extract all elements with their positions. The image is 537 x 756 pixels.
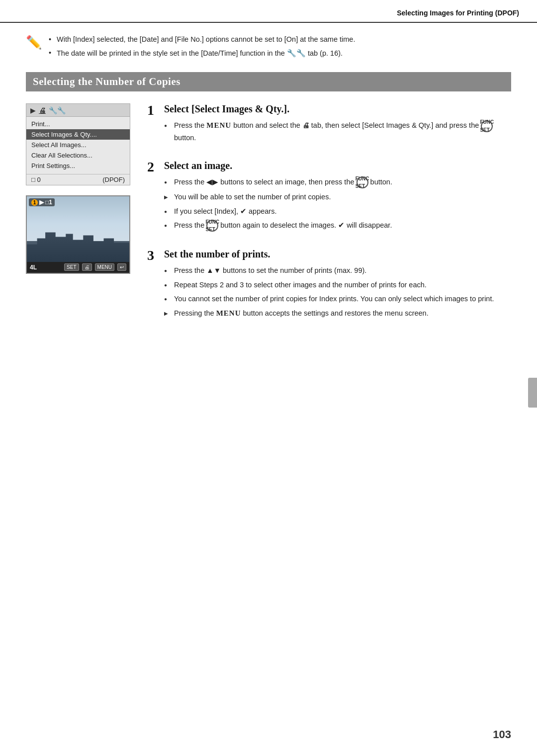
set-button: SET: [64, 263, 79, 271]
step-3-bullet-1: Press the ▲▼ buttons to set the number o…: [164, 265, 511, 276]
note-icon: ✏️: [26, 35, 42, 50]
page-header: Selecting Images for Printing (DPOF): [0, 0, 537, 23]
step-2-bullet-3: If you select [Index], ✔ appears.: [164, 206, 511, 217]
page-number: 103: [493, 728, 511, 741]
header-title: Selecting Images for Printing (DPOF): [397, 9, 519, 17]
step-2-content: Select an image. Press the ◀▶ buttons to…: [164, 160, 511, 235]
step-2-bullets: Press the ◀▶ buttons to select an image,…: [164, 176, 511, 232]
note-box: ✏️ With [Index] selected, the [Date] and…: [26, 34, 511, 61]
step-3-title: Set the number of prints.: [164, 249, 511, 260]
menu-button: MENU: [95, 263, 114, 271]
note-text: With [Index] selected, the [Date] and [F…: [49, 34, 355, 61]
frame-indicator: 1: [31, 199, 38, 206]
menu-screenshot: ▶ 🖨 🔧🔧 Print... Select Images & Qty.... …: [26, 103, 130, 185]
tab-play: ▶: [30, 106, 36, 114]
menu-item-select-all: Select All Images...: [26, 140, 130, 150]
step-3: 3 Set the number of prints. Press the ▲▼…: [147, 249, 511, 322]
back-button: ↩: [117, 263, 126, 271]
print-button: 🖨: [82, 263, 92, 271]
step-3-bullets: Press the ▲▼ buttons to set the number o…: [164, 265, 511, 319]
note-item-1: With [Index] selected, the [Date] and [F…: [49, 34, 355, 45]
camera-overlay-bottom: 4L SET 🖨 MENU ↩: [27, 263, 129, 271]
step-1-bullet-1: Press the MENU button and select the 🖨 t…: [164, 120, 511, 143]
quality-indicator: 4L: [30, 264, 37, 271]
menu-item-print-settings: Print Settings...: [26, 161, 130, 171]
menu-items: Print... Select Images & Qty.... Select …: [26, 117, 130, 173]
menu-bottom-right: (DPOF): [102, 176, 125, 183]
tab-print: 🖨: [39, 106, 46, 114]
step-2-bullet-4: Press the FUNC SET button again to desel…: [164, 220, 511, 232]
arrow-indicator: ▶: [39, 199, 44, 206]
camera-overlay-top: 1 ▶ □1: [29, 198, 55, 206]
tab-settings: 🔧🔧: [49, 106, 66, 114]
step-2-number: 2: [147, 160, 159, 174]
step-2-title: Select an image.: [164, 160, 511, 171]
menu-item-print: Print...: [26, 119, 130, 129]
step-1-bullets: Press the MENU button and select the 🖨 t…: [164, 120, 511, 143]
step-1-title: Select [Select Images & Qty.].: [164, 103, 511, 115]
right-tab-indicator: [528, 378, 537, 408]
step-3-bullet-4: Pressing the MENU button accepts the set…: [164, 308, 511, 319]
menu-item-clear-all: Clear All Selections...: [26, 150, 130, 161]
step-3-content: Set the number of prints. Press the ▲▼ b…: [164, 249, 511, 322]
camera-buttons: SET 🖨 MENU ↩: [64, 263, 126, 271]
frame-count: □1: [45, 199, 52, 206]
main-layout: ▶ 🖨 🔧🔧 Print... Select Images & Qty.... …: [26, 103, 511, 336]
page-content: ✏️ With [Index] selected, the [Date] and…: [0, 23, 537, 351]
menu-item-select-images: Select Images & Qty....: [26, 129, 130, 140]
step-3-bullet-2: Repeat Steps 2 and 3 to select other ima…: [164, 279, 511, 290]
menu-tabs: ▶ 🖨 🔧🔧: [26, 104, 130, 117]
menu-item-bottom: □ 0 (DPOF): [26, 174, 130, 185]
step-2-bullet-2: You will be able to set the number of pr…: [164, 191, 511, 202]
left-column: ▶ 🖨 🔧🔧 Print... Select Images & Qty.... …: [26, 103, 135, 274]
step-1-content: Select [Select Images & Qty.]. Press the…: [164, 103, 511, 146]
step-1: 1 Select [Select Images & Qty.]. Press t…: [147, 103, 511, 146]
note-item-2: The date will be printed in the style se…: [49, 47, 355, 59]
camera-lcd: 1 ▶ □1 4L SET 🖨 MENU ↩: [26, 195, 130, 274]
step-2-bullet-1: Press the ◀▶ buttons to select an image,…: [164, 176, 511, 188]
menu-bottom-left: □ 0: [31, 176, 41, 183]
section-heading: Selecting the Number of Copies: [26, 72, 511, 91]
step-3-number: 3: [147, 249, 159, 262]
step-3-bullet-3: You cannot set the number of print copie…: [164, 293, 511, 304]
step-2: 2 Select an image. Press the ◀▶ buttons …: [147, 160, 511, 235]
step-1-number: 1: [147, 103, 159, 117]
right-column: 1 Select [Select Images & Qty.]. Press t…: [147, 103, 511, 336]
